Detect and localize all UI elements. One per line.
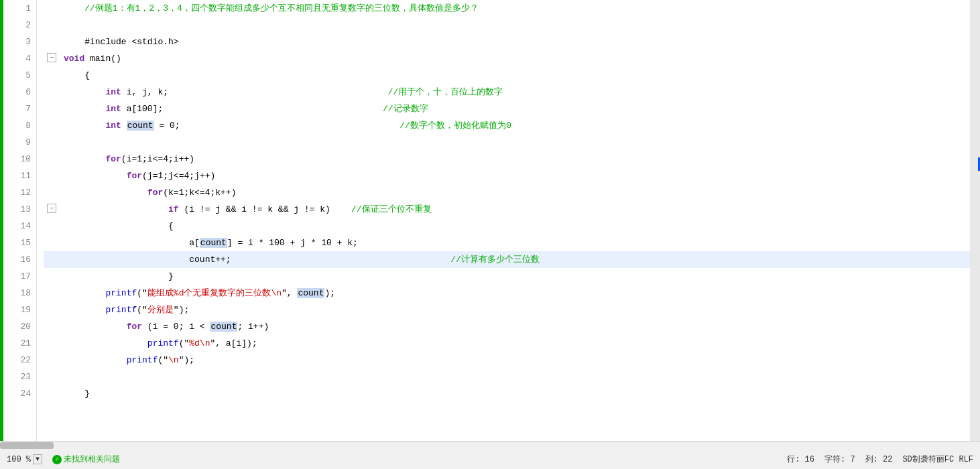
- code-line: [44, 368, 970, 385]
- line-number: 16: [3, 251, 36, 268]
- code-line: printf("\n");: [44, 352, 970, 368]
- code-text: printf("能组成%d个无重复数字的三位数\n", count);: [64, 288, 335, 298]
- line-number: 12: [3, 184, 36, 201]
- code-line: for(i=1;i<=4;i++): [44, 151, 970, 168]
- line-number: 2: [3, 17, 36, 34]
- line-number: 24: [3, 385, 36, 402]
- horizontal-scrollbar[interactable]: [0, 441, 980, 449]
- code-text: void main(): [64, 54, 121, 64]
- code-area[interactable]: //例题1：有1，2，3，4，四个数字能组成多少个互不相同且无重复数字的三位数，…: [37, 0, 970, 441]
- code-text: }: [64, 389, 90, 399]
- code-line: printf("%d\n", a[i]);: [44, 335, 970, 352]
- line-number: 20: [3, 318, 36, 335]
- code-line: {: [44, 218, 970, 234]
- line-number: 7: [3, 100, 36, 117]
- status-bar: 100 % ▼ ✓ 未找到相关问题 行: 16 字符: 7 列: 22 SD制袭…: [0, 449, 980, 469]
- code-text: for (i = 0; i < count; i++): [64, 322, 269, 332]
- code-text: if (i != j && i != k && j != k) //保证三个位不…: [64, 204, 432, 214]
- row-info: 行: 16: [787, 454, 814, 465]
- line-number: 3: [3, 34, 36, 50]
- line-number: 1: [3, 0, 36, 17]
- code-text: printf("%d\n", a[i]);: [64, 338, 257, 348]
- fold-icon[interactable]: −: [47, 53, 56, 62]
- check-icon: ✓: [52, 455, 62, 464]
- code-line: printf("能组成%d个无重复数字的三位数\n", count);: [44, 285, 970, 302]
- code-text: //例题1：有1，2，3，4，四个数字能组成多少个互不相同且无重复数字的三位数，…: [64, 3, 479, 13]
- code-line: for (i = 0; i < count; i++): [44, 318, 970, 335]
- encoding-info: SD制袭符丽FC RLF: [902, 454, 973, 465]
- code-text: for(i=1;i<=4;i++): [64, 154, 194, 164]
- code-line: }: [44, 268, 970, 285]
- zoom-control[interactable]: 100 % ▼: [7, 454, 42, 464]
- line-number: 4: [3, 50, 36, 67]
- line-number: 5: [3, 67, 36, 84]
- code-line: for(k=1;k<=4;k++): [44, 184, 970, 201]
- code-line: int count = 0; //数字个数，初始化赋值为0: [44, 117, 970, 134]
- code-content: //例题1：有1，2，3，4，四个数字能组成多少个互不相同且无重复数字的三位数，…: [37, 0, 970, 402]
- line-number: 11: [3, 168, 36, 184]
- line-number: 19: [3, 302, 36, 318]
- line-number: 10: [3, 151, 36, 168]
- code-line: //例题1：有1，2，3，4，四个数字能组成多少个互不相同且无重复数字的三位数，…: [44, 0, 970, 17]
- char-info: 字符: 7: [824, 454, 855, 465]
- code-line: count++; //计算有多少个三位数: [44, 251, 970, 268]
- line-number: 8: [3, 117, 36, 134]
- code-text: {: [64, 221, 174, 231]
- line-number: 9: [3, 134, 36, 151]
- col-info: 列: 22: [865, 454, 893, 465]
- code-text: int a[100]; //记录数字: [64, 104, 428, 114]
- line-number: 14: [3, 218, 36, 234]
- code-text: printf("分别是");: [64, 305, 189, 315]
- code-line: − if (i != j && i != k && j != k) //保证三个…: [44, 201, 970, 218]
- line-number: 22: [3, 352, 36, 368]
- zoom-dropdown-arrow[interactable]: ▼: [33, 454, 42, 464]
- code-line: int i, j, k; //用于个，十，百位上的数字: [44, 84, 970, 100]
- line-number: 6: [3, 84, 36, 100]
- code-line: #include <stdio.h>: [44, 34, 970, 50]
- status-right: 行: 16 字符: 7 列: 22 SD制袭符丽FC RLF: [787, 454, 973, 465]
- code-line: a[count] = i * 100 + j * 10 + k;: [44, 234, 970, 251]
- code-line: [44, 17, 970, 34]
- line-number: 18: [3, 285, 36, 302]
- code-line: {: [44, 67, 970, 84]
- code-line: int a[100]; //记录数字: [44, 100, 970, 117]
- fold-icon[interactable]: −: [47, 204, 56, 213]
- code-text: int count = 0; //数字个数，初始化赋值为0: [64, 121, 511, 131]
- code-line: printf("分别是");: [44, 302, 970, 318]
- code-text: printf("\n");: [64, 355, 194, 365]
- no-issues-text: 未找到相关问题: [64, 454, 120, 465]
- code-text: {: [64, 70, 90, 80]
- code-line: }: [44, 385, 970, 402]
- code-text: a[count] = i * 100 + j * 10 + k;: [64, 238, 358, 248]
- code-text: for(k=1;k<=4;k++): [64, 188, 236, 198]
- code-text: }: [64, 271, 174, 281]
- right-scrollbar[interactable]: [970, 0, 980, 441]
- line-number: 13: [3, 201, 36, 218]
- status-no-issues: ✓ 未找到相关问题: [52, 454, 120, 465]
- hscroll-thumb[interactable]: [0, 442, 54, 449]
- line-number: 21: [3, 335, 36, 352]
- code-text: int i, j, k; //用于个，十，百位上的数字: [64, 87, 503, 97]
- code-text: for(j=1;j<=4;j++): [64, 171, 215, 181]
- code-text: count++; //计算有多少个三位数: [64, 255, 540, 265]
- code-line: [44, 134, 970, 151]
- line-numbers: 123456789101112131415161718192021222324: [3, 0, 37, 441]
- zoom-label: 100 %: [7, 455, 31, 464]
- code-line: −void main(): [44, 50, 970, 67]
- line-number: 23: [3, 368, 36, 385]
- code-text: #include <stdio.h>: [64, 37, 179, 47]
- line-number: 17: [3, 268, 36, 285]
- line-number: 15: [3, 234, 36, 251]
- code-line: for(j=1;j<=4;j++): [44, 168, 970, 184]
